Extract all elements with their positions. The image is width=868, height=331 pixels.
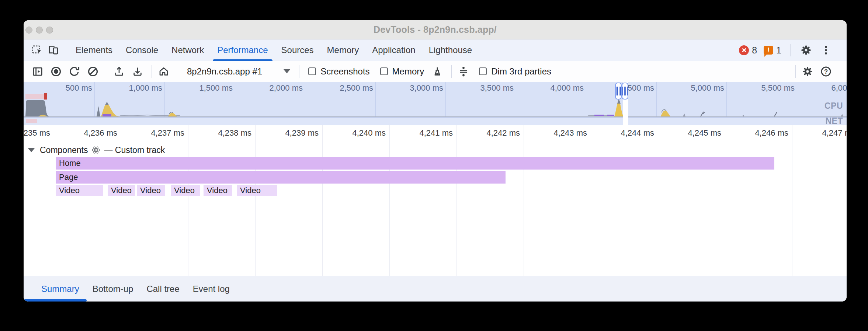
screen-background: DevTools - 8p2n9n.csb.app/ ElementsConso… [0, 0, 868, 331]
cpu-lane-label: CPU [824, 101, 843, 111]
components-track-header[interactable]: Components — Custom track [28, 144, 165, 156]
timeline-tick-label: 4,247 ms [796, 128, 847, 138]
tab-network[interactable]: Network [165, 39, 211, 61]
devtools-window: DevTools - 8p2n9n.csb.app/ ElementsConso… [24, 20, 847, 302]
warning-count: 1 [776, 45, 781, 56]
track-bar-label: Video [108, 186, 132, 195]
record-and-reload-button[interactable] [66, 63, 83, 80]
home-icon [158, 66, 169, 77]
tab-performance[interactable]: Performance [211, 39, 274, 61]
video-track-bar[interactable]: Video [137, 185, 165, 196]
collect-garbage-button[interactable] [429, 63, 445, 80]
toolbar-divider [107, 65, 107, 78]
record-button[interactable] [48, 63, 64, 80]
video-track-bar[interactable]: Video [56, 185, 103, 196]
timeline-tick-label: 4,238 ms [192, 128, 251, 138]
toolbar-divider [178, 65, 178, 78]
timeline-gridline [456, 125, 457, 276]
svg-text:?: ? [824, 68, 828, 75]
timeline-tick-label: 4,244 ms [595, 128, 654, 138]
memory-checkbox[interactable] [380, 67, 388, 75]
details-tabbar: SummaryBottom-upCall treeEvent log [24, 276, 847, 302]
save-profile-button[interactable] [129, 63, 146, 80]
devtools-settings-button[interactable] [798, 42, 814, 58]
details-tab-bottom-up[interactable]: Bottom-up [86, 276, 140, 302]
record-icon [50, 66, 62, 77]
timeline-main-view[interactable]: 4,235 ms4,236 ms4,237 ms4,238 ms4,239 ms… [24, 125, 847, 276]
show-live-metrics-button[interactable] [29, 63, 46, 80]
load-profile-button[interactable] [111, 63, 127, 80]
error-icon [739, 45, 749, 55]
video-track-bar[interactable]: Video [204, 185, 232, 196]
collapse-flame-button[interactable] [455, 63, 472, 80]
dim-3rd-parties-toggle[interactable]: Dim 3rd parties [474, 66, 556, 77]
toolbar-divider [152, 65, 152, 78]
react-atom-icon [91, 146, 100, 154]
details-tab-summary[interactable]: Summary [35, 276, 86, 302]
minimize-window-button[interactable] [36, 27, 43, 34]
toggle-device-toolbar-button[interactable] [45, 42, 61, 58]
details-tabs: SummaryBottom-upCall treeEvent log [35, 276, 236, 302]
history-selected-label: 8p2n9n.csb.app #1 [187, 66, 262, 77]
kebab-menu-icon [820, 45, 831, 56]
memory-toggle[interactable]: Memory [375, 66, 430, 77]
warning-icon: ! [764, 46, 773, 55]
devtools-menu-button[interactable] [818, 42, 834, 58]
tabbar-divider [65, 44, 65, 56]
tab-application[interactable]: Application [365, 39, 422, 61]
video-track-bar[interactable]: Video [108, 185, 135, 196]
tabbar-divider [790, 44, 791, 56]
page-track-bar[interactable]: Page [56, 171, 506, 184]
net-lane-label: NET [826, 116, 843, 125]
dim-3rd-parties-label: Dim 3rd parties [491, 66, 551, 77]
track-title: Components [40, 145, 88, 155]
collapse-vertical-icon [458, 66, 469, 77]
inspect-element-button[interactable] [29, 42, 45, 58]
tab-sources[interactable]: Sources [275, 39, 320, 61]
selection-handle-right[interactable] [622, 83, 628, 100]
timeline-gridline [389, 125, 390, 276]
tab-memory[interactable]: Memory [320, 39, 366, 61]
device-toolbar-icon [48, 45, 59, 56]
error-count: 8 [752, 45, 757, 56]
tab-console[interactable]: Console [119, 39, 165, 61]
timeline-tick-label: 4,235 ms [24, 128, 50, 138]
timeline-gridline [658, 125, 658, 276]
close-window-button[interactable] [25, 27, 32, 34]
window-title: DevTools - 8p2n9n.csb.app/ [24, 24, 847, 35]
screenshots-label: Screenshots [320, 66, 369, 77]
details-tab-call-tree[interactable]: Call tree [140, 276, 186, 302]
track-bar-label: Video [56, 186, 80, 195]
timeline-gridline [591, 125, 591, 276]
screenshots-toggle[interactable]: Screenshots [303, 66, 375, 77]
track-bar-label: Video [204, 186, 228, 195]
collapse-track-icon[interactable] [28, 148, 35, 152]
timeline-tick-label: 4,242 ms [461, 128, 520, 138]
chevron-down-icon [284, 69, 290, 73]
devtools-tabs: ElementsConsoleNetworkPerformanceSources… [69, 39, 479, 61]
clear-recording-button[interactable] [85, 63, 101, 80]
tab-lighthouse[interactable]: Lighthouse [422, 39, 479, 61]
feedback-help-button[interactable]: ? [818, 63, 834, 80]
timeline-gridline [725, 125, 725, 276]
home-track-bar[interactable]: Home [56, 157, 774, 170]
console-errors-badge[interactable]: 8 [737, 45, 758, 56]
sidebar-panel-icon [32, 66, 43, 77]
video-track-bar[interactable]: Video [171, 185, 200, 196]
home-button[interactable] [156, 63, 172, 80]
timeline-overview[interactable]: 500 ms1,000 ms1,500 ms2,000 ms2,500 ms3,… [24, 82, 847, 125]
track-subtitle: — Custom track [104, 145, 165, 155]
video-track-bar[interactable]: Video [237, 185, 277, 196]
selection-handle-left[interactable] [615, 83, 622, 100]
history-select[interactable]: 8p2n9n.csb.app #1 [182, 66, 295, 77]
inspect-cursor-icon [31, 45, 42, 56]
console-warnings-badge[interactable]: ! 1 [762, 45, 783, 56]
toolbar-divider [451, 65, 452, 78]
dim-3rd-parties-checkbox[interactable] [479, 67, 487, 75]
screenshots-checkbox[interactable] [308, 67, 316, 75]
details-tab-event-log[interactable]: Event log [186, 276, 236, 302]
capture-settings-button[interactable] [799, 63, 816, 80]
zoom-window-button[interactable] [46, 27, 53, 34]
tab-elements[interactable]: Elements [69, 39, 119, 61]
cpu-activity-chart [24, 82, 847, 125]
